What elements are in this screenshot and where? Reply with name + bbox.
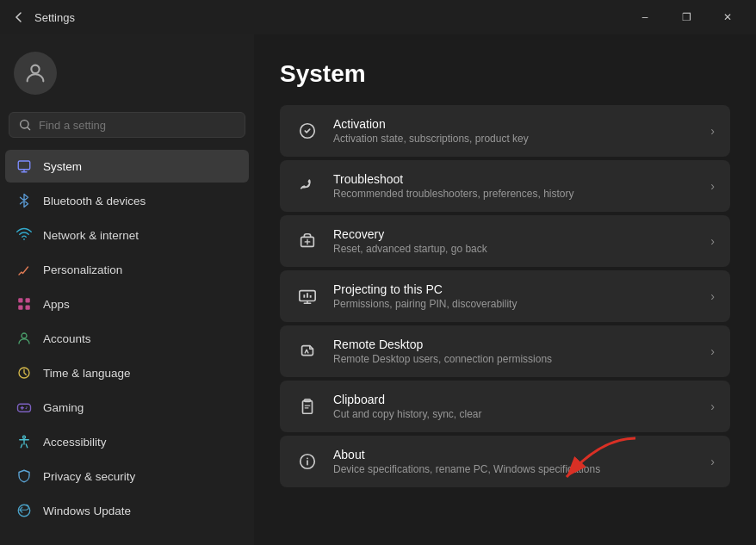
svg-rect-19 bbox=[303, 401, 313, 414]
minimize-button[interactable]: – bbox=[625, 3, 665, 31]
privacy-icon bbox=[15, 468, 33, 485]
svg-point-8 bbox=[22, 333, 27, 338]
page-title: System bbox=[280, 60, 730, 88]
search-input[interactable] bbox=[39, 119, 236, 132]
sidebar-item-time[interactable]: Time & language bbox=[5, 356, 249, 389]
settings-list: Activation Activation state, subscriptio… bbox=[280, 105, 730, 487]
sidebar-label-privacy: Privacy & security bbox=[43, 470, 135, 483]
sidebar-label-accessibility: Accessibility bbox=[43, 436, 107, 449]
settings-item-activation[interactable]: Activation Activation state, subscriptio… bbox=[280, 105, 730, 157]
content-area: System Activation Activation state, subs… bbox=[254, 34, 756, 545]
svg-point-21 bbox=[307, 457, 308, 459]
clipboard-chevron: › bbox=[710, 399, 715, 413]
sidebar-profile[interactable] bbox=[0, 34, 254, 108]
svg-rect-6 bbox=[18, 306, 22, 310]
svg-point-12 bbox=[26, 408, 28, 410]
sidebar-item-accounts[interactable]: Accounts bbox=[5, 322, 249, 355]
search-icon bbox=[18, 118, 32, 132]
svg-rect-7 bbox=[26, 306, 30, 310]
accounts-icon bbox=[15, 330, 33, 347]
svg-rect-10 bbox=[18, 404, 31, 412]
apps-icon bbox=[15, 295, 33, 313]
sidebar: System Bluetooth & devices bbox=[0, 34, 254, 545]
sidebar-item-privacy[interactable]: Privacy & security bbox=[5, 460, 249, 492]
sidebar-item-personalization[interactable]: Personalization bbox=[5, 253, 249, 286]
recovery-icon bbox=[295, 229, 319, 253]
time-icon bbox=[15, 364, 33, 381]
svg-point-13 bbox=[23, 436, 26, 438]
settings-item-remote[interactable]: Remote Desktop Remote Desktop users, con… bbox=[280, 325, 730, 377]
remote-title: Remote Desktop bbox=[333, 338, 697, 351]
activation-icon bbox=[295, 119, 319, 143]
troubleshoot-desc: Recommended troubleshooters, preferences… bbox=[333, 188, 697, 200]
activation-title: Activation bbox=[333, 117, 697, 131]
sidebar-label-apps: Apps bbox=[43, 298, 70, 311]
svg-rect-4 bbox=[18, 298, 22, 302]
remote-desc: Remote Desktop users, connection permiss… bbox=[333, 353, 697, 365]
sidebar-item-network[interactable]: Network & internet bbox=[5, 219, 249, 251]
activation-desc: Activation state, subscriptions, product… bbox=[333, 133, 697, 145]
projecting-desc: Permissions, pairing PIN, discoverabilit… bbox=[333, 298, 697, 310]
about-title: About bbox=[333, 448, 697, 461]
settings-item-projecting[interactable]: Projecting to this PC Permissions, pairi… bbox=[280, 270, 730, 322]
sidebar-item-accessibility[interactable]: Accessibility bbox=[5, 425, 249, 458]
clipboard-desc: Cut and copy history, sync, clear bbox=[333, 408, 697, 420]
projecting-text: Projecting to this PC Permissions, pairi… bbox=[333, 282, 697, 310]
svg-rect-2 bbox=[18, 161, 30, 170]
sidebar-label-update: Windows Update bbox=[43, 505, 131, 517]
about-chevron: › bbox=[710, 455, 715, 468]
app-title: Settings bbox=[34, 11, 75, 24]
network-icon bbox=[15, 226, 33, 244]
sidebar-item-update[interactable]: Windows Update bbox=[5, 494, 249, 527]
sidebar-label-personalization: Personalization bbox=[43, 263, 122, 276]
activation-chevron: › bbox=[710, 124, 715, 138]
about-desc: Device specifications, rename PC, Window… bbox=[333, 463, 697, 475]
search-box[interactable] bbox=[9, 112, 245, 138]
accessibility-icon bbox=[15, 433, 33, 450]
projecting-title: Projecting to this PC bbox=[333, 282, 697, 296]
sidebar-label-accounts: Accounts bbox=[43, 332, 91, 345]
user-icon bbox=[23, 61, 47, 85]
troubleshoot-title: Troubleshoot bbox=[333, 172, 697, 186]
sidebar-label-network: Network & internet bbox=[43, 229, 139, 242]
clipboard-icon bbox=[295, 394, 319, 418]
sidebar-item-system[interactable]: System bbox=[5, 150, 249, 183]
bluetooth-icon bbox=[15, 192, 33, 209]
recovery-desc: Reset, advanced startup, go back bbox=[333, 243, 697, 255]
sidebar-item-apps[interactable]: Apps bbox=[5, 288, 249, 320]
close-button[interactable]: ✕ bbox=[708, 3, 747, 31]
sidebar-item-bluetooth[interactable]: Bluetooth & devices bbox=[5, 184, 249, 217]
sidebar-item-gaming[interactable]: Gaming bbox=[5, 391, 249, 424]
titlebar-left: Settings bbox=[12, 10, 75, 24]
system-icon bbox=[15, 158, 33, 175]
activation-text: Activation Activation state, subscriptio… bbox=[333, 117, 697, 145]
clipboard-title: Clipboard bbox=[333, 393, 697, 406]
back-icon[interactable] bbox=[12, 10, 26, 24]
sidebar-label-system: System bbox=[43, 160, 82, 173]
recovery-text: Recovery Reset, advanced startup, go bac… bbox=[333, 227, 697, 255]
settings-item-clipboard[interactable]: Clipboard Cut and copy history, sync, cl… bbox=[280, 381, 730, 432]
settings-item-about[interactable]: About Device specifications, rename PC, … bbox=[280, 436, 730, 487]
avatar[interactable] bbox=[14, 52, 57, 95]
settings-item-recovery[interactable]: Recovery Reset, advanced startup, go bac… bbox=[280, 215, 730, 267]
troubleshoot-icon bbox=[295, 174, 319, 198]
about-text: About Device specifications, rename PC, … bbox=[333, 448, 697, 475]
sidebar-label-bluetooth: Bluetooth & devices bbox=[43, 195, 146, 207]
maximize-button[interactable]: ❐ bbox=[666, 3, 706, 31]
sidebar-label-gaming: Gaming bbox=[43, 401, 84, 414]
titlebar: Settings – ❐ ✕ bbox=[0, 0, 756, 34]
settings-item-troubleshoot[interactable]: Troubleshoot Recommended troubleshooters… bbox=[280, 160, 730, 212]
remote-text: Remote Desktop Remote Desktop users, con… bbox=[333, 338, 697, 365]
recovery-chevron: › bbox=[710, 234, 715, 248]
svg-point-0 bbox=[31, 65, 39, 73]
app-body: System Bluetooth & devices bbox=[0, 34, 756, 545]
svg-rect-5 bbox=[26, 298, 30, 302]
projecting-icon bbox=[295, 284, 319, 308]
remote-icon bbox=[295, 339, 319, 363]
sidebar-nav: System Bluetooth & devices bbox=[0, 146, 254, 530]
remote-chevron: › bbox=[710, 344, 715, 358]
window-controls: – ❐ ✕ bbox=[625, 3, 747, 31]
clipboard-text: Clipboard Cut and copy history, sync, cl… bbox=[333, 393, 697, 420]
update-icon bbox=[15, 502, 33, 519]
gaming-icon bbox=[15, 399, 33, 416]
